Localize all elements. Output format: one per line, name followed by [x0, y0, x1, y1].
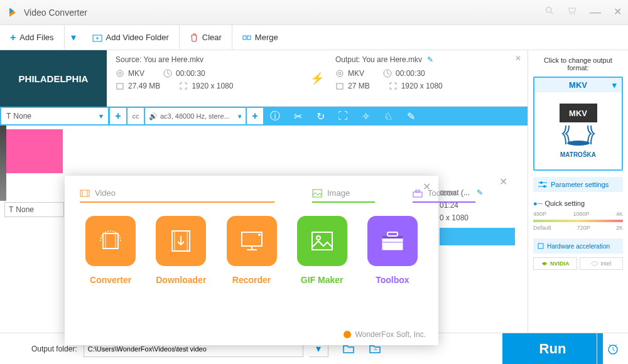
svg-rect-22 [313, 190, 322, 197]
output-info: ✕ Output: You are Here.mkv✎ MKV 00:00:30… [327, 50, 528, 106]
svg-rect-6 [247, 36, 251, 40]
subtitle-select[interactable]: TNone▾ [1, 108, 108, 124]
add-files-dropdown[interactable]: ▾ [65, 31, 82, 43]
file2-action-bar-fragment [440, 228, 515, 245]
svg-point-33 [258, 233, 261, 236]
svg-rect-23 [413, 192, 422, 197]
tab-image[interactable]: Image [312, 188, 375, 203]
tools-popup: ✕ Video Image Toolbox Converter [65, 176, 438, 345]
svg-rect-39 [382, 238, 403, 250]
lightning-icon: ⚡ [308, 50, 327, 106]
audio-select[interactable]: 🔊ac3, 48000 Hz, stere...▾ [145, 108, 246, 124]
file2-edge [0, 126, 6, 201]
svg-point-0 [546, 8, 551, 13]
video-tab-icon [80, 189, 90, 198]
title-bar: Video Converter — ✕ [0, 0, 628, 25]
tab-toolbox[interactable]: Toolbox [413, 188, 475, 203]
tile-toolbox[interactable]: Toolbox [362, 216, 423, 285]
svg-line-53 [613, 350, 615, 351]
quality-slider[interactable]: 480P1080P4K Default720P2K [533, 211, 623, 231]
svg-point-47 [540, 181, 543, 184]
edit-output-button[interactable]: ✎ [427, 55, 433, 64]
source-info: Source: You are Here.mkv MKV 00:00:30 27… [107, 50, 308, 106]
run-button[interactable]: Run [502, 333, 603, 365]
svg-point-38 [317, 236, 320, 240]
video-thumbnail[interactable]: PHILADELPHIA [0, 50, 107, 107]
nvidia-button[interactable]: NVIDIA [533, 257, 577, 270]
edit-output-2-button[interactable]: ✎ [477, 188, 483, 197]
svg-point-50 [592, 262, 598, 265]
svg-rect-49 [538, 244, 543, 249]
popup-close-button[interactable]: ✕ [423, 181, 431, 193]
svg-point-48 [543, 185, 546, 188]
output-filename: Output: You are Here.mkv✎ [335, 55, 519, 64]
add-folder-button[interactable]: Add Video Folder [82, 25, 180, 50]
file-action-bar: TNone▾ + cc 🔊ac3, 48000 Hz, stere...▾ + … [0, 107, 528, 126]
schedule-button[interactable] [597, 333, 628, 365]
svg-point-43 [344, 331, 351, 338]
svg-point-13 [337, 70, 343, 77]
output-panel: Click to change output format: MKV▾ MKV … [528, 50, 628, 333]
svg-rect-37 [312, 232, 332, 250]
subtitle-select-2[interactable]: TNone [4, 202, 64, 217]
intel-button[interactable]: Intel [580, 257, 624, 270]
cart-icon[interactable] [567, 6, 577, 19]
mkv-icon: MKV [560, 104, 597, 122]
watermark-icon[interactable]: ♘ [377, 107, 399, 126]
close-button[interactable]: ✕ [614, 6, 622, 19]
rotate-icon[interactable]: ↻ [309, 107, 332, 126]
tab-video[interactable]: Video [80, 188, 274, 203]
svg-line-11 [168, 73, 170, 75]
quick-setting-label: ●─Quick setting [533, 200, 623, 207]
effects-icon[interactable]: ✧ [354, 107, 377, 126]
output-format-label: Click to change output format: [533, 56, 623, 72]
parameter-settings-button[interactable]: Parameter settings [533, 177, 623, 192]
toolbox-tab-icon [413, 189, 423, 198]
output-format-selector[interactable]: MKV▾ MKV MATROŠKA [533, 77, 623, 171]
file-item-1: PHILADELPHIA Source: You are Here.mkv MK… [0, 50, 528, 107]
video-thumbnail-2[interactable] [6, 129, 63, 173]
svg-rect-41 [387, 232, 398, 236]
tile-recorder[interactable]: Recorder [220, 216, 282, 285]
popup-footer: WonderFox Soft, Inc. [343, 330, 426, 339]
search-icon[interactable] [544, 6, 555, 19]
folder-plus-icon [92, 33, 102, 42]
app-logo: Video Converter [6, 6, 87, 19]
main-toolbar: +Add Files ▾ Add Video Folder Clear Merg… [0, 25, 628, 50]
minimize-button[interactable]: — [590, 6, 601, 19]
output-folder-label: Output folder: [31, 345, 77, 353]
app-title: Video Converter [24, 8, 87, 18]
merge-icon [242, 33, 251, 42]
cc-button[interactable]: cc [127, 108, 144, 124]
svg-rect-19 [80, 190, 89, 196]
hardware-accel-button[interactable]: Hardware acceleration [533, 238, 623, 254]
trash-icon [190, 33, 198, 42]
tile-converter[interactable]: Converter [80, 216, 141, 285]
crop-icon[interactable]: ⛶ [332, 107, 354, 126]
info-icon[interactable]: ⓘ [264, 107, 286, 126]
svg-rect-18 [337, 83, 343, 89]
chip-icon [537, 242, 544, 250]
remove-file-button[interactable]: ✕ [515, 54, 521, 63]
merge-button[interactable]: Merge [232, 25, 288, 50]
add-files-button[interactable]: +Add Files [0, 25, 65, 50]
tile-downloader[interactable]: Downloader [150, 216, 212, 285]
sliders-icon [538, 181, 547, 188]
svg-point-8 [119, 72, 121, 75]
remove-file2-button[interactable]: ✕ [499, 176, 507, 188]
svg-rect-24 [416, 190, 420, 192]
tile-gif-maker[interactable]: GIF Maker [291, 216, 353, 285]
edit-icon[interactable]: ✎ [399, 107, 422, 126]
svg-line-1 [551, 12, 553, 14]
source-filename: Source: You are Here.mkv [116, 55, 299, 64]
clear-button[interactable]: Clear [180, 25, 232, 50]
svg-point-44 [567, 141, 590, 146]
svg-rect-5 [243, 36, 246, 40]
svg-point-7 [117, 70, 123, 77]
svg-line-17 [387, 73, 389, 75]
add-subtitle-button[interactable]: + [110, 108, 126, 124]
svg-rect-12 [117, 83, 123, 89]
add-audio-button[interactable]: + [247, 108, 263, 124]
matroska-label: MATROŠKA [560, 151, 596, 158]
cut-icon[interactable]: ✂ [286, 107, 309, 126]
